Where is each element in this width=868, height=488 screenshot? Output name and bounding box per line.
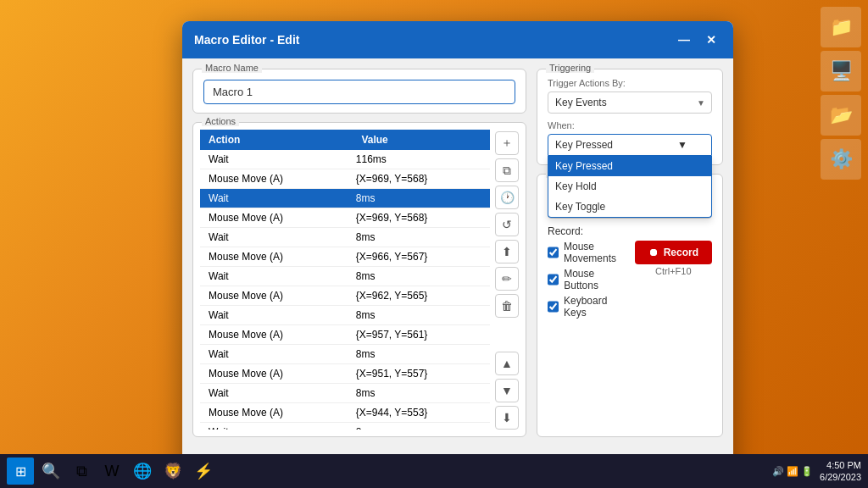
- macro-name-section: Macro Name: [192, 69, 526, 114]
- actions-inner: Action Value Wait116msMouse Move (A){X=9…: [200, 130, 519, 430]
- copy-action-button[interactable]: ⧉: [495, 158, 519, 182]
- table-row[interactable]: Wait8ms: [200, 189, 490, 208]
- taskbar-app[interactable]: ⚡: [190, 458, 217, 485]
- table-row[interactable]: Wait8ms: [200, 267, 490, 286]
- taskbar-time-value: 4:50 PM: [820, 459, 861, 471]
- right-panel: Triggering Trigger Actions By: Key Event…: [537, 69, 723, 437]
- actions-table-body: Wait116msMouse Move (A){X=969, Y=568}Wai…: [200, 150, 490, 430]
- checkbox-row: Keyboard Keys: [548, 295, 628, 319]
- table-sidebar: ＋ ⧉ 🕐 ↺ ⬆ ✏ 🗑 ▲ ▼ ⬇: [495, 130, 519, 430]
- col-value: Value: [353, 130, 490, 150]
- table-row[interactable]: Wait8ms: [200, 345, 490, 364]
- actions-section: Actions Action Value: [192, 122, 526, 437]
- value-cell: {X=944, Y=553}: [348, 403, 490, 423]
- close-button[interactable]: ✕: [701, 30, 721, 50]
- action-cell: Mouse Move (A): [200, 403, 348, 423]
- table-row[interactable]: Wait8ms: [200, 306, 490, 325]
- table-row[interactable]: Wait8ms: [200, 384, 490, 403]
- taskbar-taskview[interactable]: ⧉: [68, 458, 95, 485]
- checkbox-label: Keyboard Keys: [564, 295, 628, 319]
- desktop-icon-2[interactable]: 🖥️: [821, 51, 861, 92]
- checkbox-label: Mouse Buttons: [564, 268, 627, 291]
- edit-action-button[interactable]: ✏: [495, 267, 519, 291]
- value-cell: 8ms: [348, 267, 490, 286]
- value-cell: 8ms: [348, 345, 490, 364]
- import-button[interactable]: ⬇: [495, 406, 519, 430]
- when-dropdown[interactable]: Key Pressed ▼ Key PressedKey HoldKey Tog…: [548, 134, 712, 156]
- desktop-icon-4[interactable]: ⚙️: [821, 139, 861, 180]
- taskbar-brave[interactable]: 🦁: [159, 458, 186, 485]
- taskbar-chrome[interactable]: 🌐: [129, 458, 156, 485]
- action-cell: Wait: [200, 228, 348, 247]
- checkbox-input[interactable]: [548, 301, 559, 313]
- checkbox-input[interactable]: [548, 274, 559, 286]
- table-row[interactable]: Wait8ms: [200, 228, 490, 247]
- dropdown-item[interactable]: Key Pressed: [548, 156, 711, 176]
- when-dropdown-list: Key PressedKey HoldKey Toggle: [548, 156, 712, 218]
- value-cell: 116ms: [348, 150, 490, 169]
- add-action-button[interactable]: ＋: [495, 131, 519, 155]
- action-cell: Mouse Move (A): [200, 169, 348, 189]
- system-icons: 🔊 📶 🔋: [772, 466, 813, 477]
- minimize-button[interactable]: —: [674, 30, 694, 50]
- export-action-button[interactable]: ⬆: [495, 240, 519, 263]
- action-cell: Wait: [200, 150, 348, 169]
- record-button[interactable]: ⏺ Record: [635, 241, 712, 264]
- when-value: Key Pressed: [555, 139, 613, 151]
- trigger-by-label: Trigger Actions By:: [548, 78, 712, 88]
- value-cell: {X=969, Y=568}: [348, 208, 490, 228]
- col-action: Action: [200, 130, 353, 150]
- left-panel: Macro Name Actions Action Value: [192, 69, 526, 437]
- value-cell: 8ms: [348, 423, 490, 430]
- value-cell: {X=966, Y=567}: [348, 247, 490, 267]
- dropdown-item[interactable]: Key Hold: [548, 176, 711, 197]
- when-display[interactable]: Key Pressed ▼: [548, 134, 712, 156]
- record-row: Mouse MovementsMouse ButtonsKeyboard Key…: [548, 241, 712, 322]
- dialog-body: Macro Name Actions Action Value: [182, 58, 733, 447]
- move-up-button[interactable]: ▲: [495, 352, 519, 375]
- value-cell: {X=957, Y=561}: [348, 325, 490, 345]
- start-button[interactable]: ⊞: [7, 458, 34, 485]
- table-row[interactable]: Wait116ms: [200, 150, 490, 169]
- checkbox-label: Mouse Movements: [564, 241, 628, 264]
- value-cell: 8ms: [348, 384, 490, 403]
- macro-name-input[interactable]: [203, 80, 515, 104]
- taskbar-word[interactable]: W: [98, 458, 125, 485]
- table-row[interactable]: Mouse Move (A){X=944, Y=553}: [200, 403, 490, 423]
- macro-name-label: Macro Name: [202, 63, 262, 73]
- value-cell: {X=951, Y=557}: [348, 364, 490, 384]
- trigger-by-select[interactable]: Key Events: [548, 92, 712, 114]
- dialog-titlebar: Macro Editor - Edit — ✕: [182, 21, 733, 58]
- desktop-icons: 📁 🖥️ 📂 ⚙️: [821, 7, 861, 180]
- table-row[interactable]: Mouse Move (A){X=962, Y=565}: [200, 286, 490, 306]
- record-btn-label: Record: [664, 247, 698, 258]
- table-row[interactable]: Wait8ms: [200, 423, 490, 430]
- table-wrapper: Action Value Wait116msMouse Move (A){X=9…: [200, 130, 490, 430]
- triggering-label: Triggering: [546, 63, 594, 73]
- desktop-icon-1[interactable]: 📁: [821, 7, 861, 47]
- taskbar-right: 🔊 📶 🔋 4:50 PM 6/29/2023: [772, 459, 861, 484]
- clock-action-button[interactable]: 🕐: [495, 186, 519, 209]
- actions-label: Actions: [202, 116, 239, 126]
- record-btn-col: ⏺ Record Ctrl+F10: [635, 241, 712, 276]
- desktop-icon-3[interactable]: 📂: [821, 95, 861, 136]
- table-row[interactable]: Mouse Move (A){X=969, Y=568}: [200, 208, 490, 228]
- actions-scroll-area[interactable]: Wait116msMouse Move (A){X=969, Y=568}Wai…: [200, 150, 490, 430]
- action-cell: Wait: [200, 306, 348, 325]
- action-cell: Mouse Move (A): [200, 286, 348, 306]
- delete-action-button[interactable]: 🗑: [495, 294, 519, 318]
- table-row[interactable]: Mouse Move (A){X=966, Y=567}: [200, 247, 490, 267]
- dropdown-item[interactable]: Key Toggle: [548, 197, 711, 217]
- table-row[interactable]: Mouse Move (A){X=969, Y=568}: [200, 169, 490, 189]
- loop-action-button[interactable]: ↺: [495, 213, 519, 236]
- table-row[interactable]: Mouse Move (A){X=957, Y=561}: [200, 325, 490, 345]
- action-cell: Mouse Move (A): [200, 364, 348, 384]
- move-down-button[interactable]: ▼: [495, 379, 519, 402]
- actions-table: Action Value: [200, 130, 490, 150]
- value-cell: 8ms: [348, 306, 490, 325]
- checkbox-input[interactable]: [548, 247, 559, 258]
- taskbar-search[interactable]: 🔍: [37, 458, 64, 485]
- action-cell: Wait: [200, 267, 348, 286]
- table-row[interactable]: Mouse Move (A){X=951, Y=557}: [200, 364, 490, 384]
- value-cell: 8ms: [348, 189, 490, 208]
